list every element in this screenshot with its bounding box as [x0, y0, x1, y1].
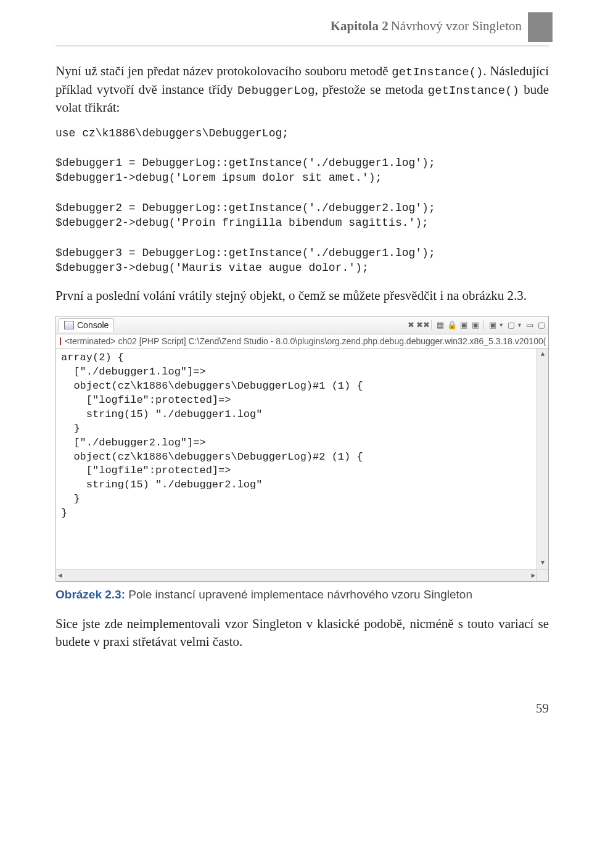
scroll-up-icon[interactable]: ▲ [541, 349, 545, 360]
separator [431, 320, 432, 330]
horizontal-scrollbar[interactable]: ◀ ▶ [56, 569, 537, 581]
figure-number: Obrázek 2.3: [56, 588, 125, 601]
scroll-down-icon[interactable]: ▼ [541, 557, 545, 569]
vertical-scrollbar[interactable]: ▲ ▼ [536, 349, 548, 569]
scrollbar-corner [536, 569, 548, 581]
console-toolbar: Console ✖ ✖✖ ▦ 🔒 ▣ ▣ ▣ ▼ ▢ ▼ ▭ ▢ [56, 316, 548, 334]
page-number: 59 [56, 701, 549, 716]
paragraph-2: První a poslední volání vrátily stejný o… [56, 287, 549, 305]
open-console-icon[interactable]: ▣ [488, 320, 497, 329]
console-tab[interactable]: Console [59, 318, 114, 332]
paragraph-3: Sice jste zde neimplementovali vzor Sing… [56, 615, 549, 651]
pin-icon[interactable]: ▣ [459, 320, 468, 329]
new-console-icon[interactable]: ▢ [506, 320, 516, 329]
dropdown-icon[interactable]: ▼ [498, 322, 504, 328]
chapter-title: Návrhový vzor Singleton [391, 19, 522, 34]
thumb-tab [528, 12, 553, 42]
clear-icon[interactable]: ▦ [435, 320, 445, 329]
code-inline-getinstance: getInstance() [392, 65, 483, 79]
code-inline-debuggerlog: DebuggerLog [237, 84, 314, 97]
minimize-icon[interactable]: ▭ [525, 320, 534, 329]
display-icon[interactable]: ▣ [471, 320, 480, 329]
console-output: array(2) { ["./debugger1.log"]=> object(… [56, 349, 548, 581]
chapter-header: Kapitola 2 Návrhový vzor Singleton [56, 19, 549, 46]
console-status-line: <terminated> ch02 [PHP Script] C:\Zend\Z… [56, 334, 548, 349]
remove-launch-icon[interactable]: ✖ [406, 320, 416, 329]
remove-all-icon[interactable]: ✖✖ [418, 320, 427, 329]
figure-caption-text: Pole instancí upravené implementace návr… [125, 588, 472, 601]
maximize-icon[interactable]: ▢ [536, 320, 546, 329]
terminated-icon [60, 337, 61, 345]
dropdown-icon[interactable]: ▼ [517, 322, 522, 328]
separator [483, 320, 484, 330]
scroll-lock-icon[interactable]: 🔒 [447, 320, 456, 329]
figure-caption: Obrázek 2.3: Pole instancí upravené impl… [56, 588, 549, 601]
paragraph-1: Nyní už stačí jen předat název protokolo… [56, 62, 549, 117]
console-tab-label: Console [77, 320, 109, 330]
chapter-label: Kapitola 2 [331, 19, 388, 34]
console-screenshot: Console ✖ ✖✖ ▦ 🔒 ▣ ▣ ▣ ▼ ▢ ▼ ▭ ▢ <termin… [56, 316, 549, 582]
console-icon [64, 321, 74, 329]
scroll-left-icon[interactable]: ◀ [56, 571, 64, 581]
code-listing-1: use cz\k1886\debuggers\DebuggerLog; $deb… [56, 126, 549, 276]
code-inline-getinstance2: getInstance() [428, 84, 519, 97]
